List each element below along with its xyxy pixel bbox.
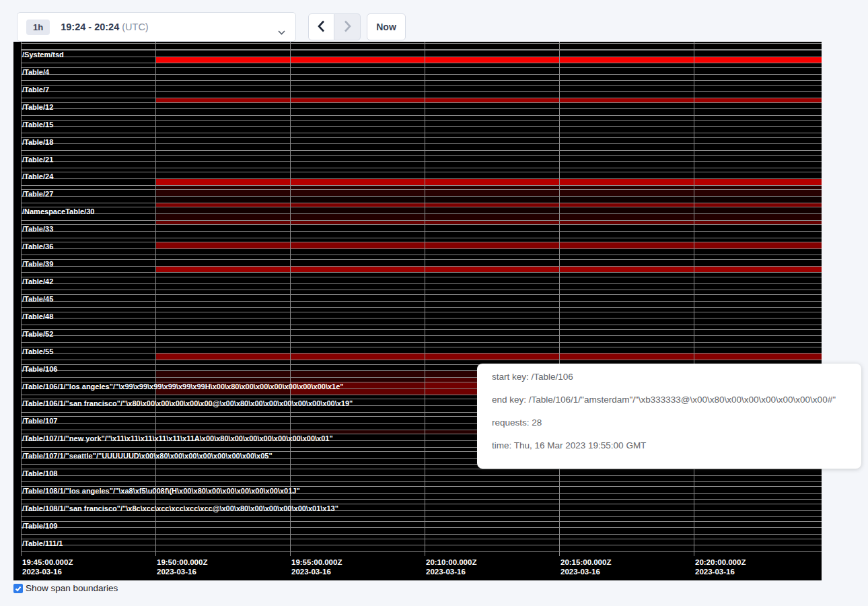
span-label: /Table/106 [22,366,57,373]
span-label: /System/tsd [22,51,64,59]
span-row: /Table/111/1 [21,539,822,556]
hover-tooltip: start key: /Table/106 end key: /Table/10… [477,364,861,469]
time-gridline [694,42,694,556]
heat-band: /Table/108/1/"los angeles"/"\xa8\xf5\u00… [21,486,822,493]
heat-band [21,499,822,504]
heat-band [21,481,822,486]
heat-band [21,342,822,347]
now-button[interactable]: Now [367,13,406,40]
heat-band [21,283,822,290]
range-nav-buttons [308,13,361,40]
range-timezone: (UTC) [122,22,148,32]
heat-band: /Table/21 [21,155,822,162]
span-row: /Table/36 [21,242,822,259]
span-label: /Table/45 [22,296,53,303]
heat-band [21,126,822,133]
span-label: /Table/27 [22,191,53,198]
time-gridline [290,42,291,556]
heat-band [21,272,822,277]
span-row: /Table/33 [21,224,822,242]
heat-band [21,516,822,521]
time-tick-label: 19:45:00.000Z2023-03-16 [21,558,73,576]
plot-area[interactable]: /System/tsd/Table/4/Table/7/Table/12/Tab… [21,42,822,556]
heat-band: /Table/48 [21,312,822,318]
checkmark-icon [15,582,22,595]
time-tick-label: 20:20:00.000Z2023-03-16 [694,558,746,576]
span-label: /Table/12 [22,104,53,111]
span-row: /Table/7 [21,85,822,102]
span-label: /Table/108/1/"san francisco"/"\x8c\xcc\x… [22,505,338,512]
time-gridline [155,42,156,556]
prev-range-button[interactable] [308,13,334,40]
span-label: /Table/15 [22,121,53,129]
heat-band: /Table/24 [21,172,822,178]
heat-band [21,91,822,98]
heat-band: /NamespaceTable/30 [21,207,822,213]
span-label: /Table/107/1/"new york"/"\x11\x11\x11\x1… [22,435,333,442]
heat-band: /Table/109 [21,521,822,528]
range-value: 19:24 - 20:24 [61,22,119,32]
span-label: /Table/106/1/"san francisco"/"\x80\x00\x… [22,400,353,407]
heat-band [21,353,822,360]
heat-band [21,185,822,190]
tooltip-end-key: end key: /Table/106/1/"amsterdam"/"\xb33… [492,393,861,407]
span-label: /Table/39 [22,261,53,268]
span-label: /Table/55 [22,348,53,356]
span-row: /Table/48 [21,312,822,329]
time-axis: 19:45:00.000Z2023-03-1619:50:00.000Z2023… [13,558,822,579]
heat-band: /System/tsd [21,50,822,57]
span-row: /Table/39 [21,259,822,277]
span-row: /Table/15 [21,120,822,137]
heat-band [21,133,822,137]
span-label: /Table/111/1 [22,540,63,547]
span-row: /Table/108/1/"san francisco"/"\x8c\xcc\x… [21,504,822,521]
heat-band [21,255,822,259]
span-label: /Table/107 [22,417,57,425]
heat-band: /Table/55 [21,347,822,354]
span-label: /Table/52 [22,331,53,338]
span-row: /Table/108/1/"los angeles"/"\xa8\xf5\u00… [21,486,822,504]
tooltip-time: time: Thu, 16 Mar 2023 19:55:00 GMT [492,439,861,452]
tooltip-requests: requests: 28 [492,416,861,430]
heat-band [21,551,822,556]
heat-band [21,220,822,225]
heat-band [21,108,822,115]
chart-options: Show span boundaries [13,583,118,593]
span-row: /Table/45 [21,294,822,312]
heat-band [21,74,822,81]
plot-top-pad [21,42,822,50]
heat-band [21,301,822,308]
heat-band [21,161,822,168]
heat-band [21,80,822,85]
key-visualizer[interactable]: /System/tsd/Table/4/Table/7/Table/12/Tab… [13,42,822,580]
time-range-select[interactable]: 1h 19:24 - 20:24(UTC) [17,12,296,42]
span-label: /Table/107/1/"seattle"/"UUUUUUD\x00\x80\… [22,452,273,460]
next-range-button[interactable] [334,13,361,40]
span-label: /Table/24 [22,173,53,180]
span-label: /Table/109 [22,523,57,530]
span-label: /Table/106/1/"los angeles"/"\x99\x99\x99… [22,383,344,391]
heat-band [21,248,822,255]
span-row: /Table/24 [21,172,822,189]
span-label: /Table/21 [22,156,53,164]
heat-band [21,307,822,312]
span-label: /Table/48 [22,313,53,321]
time-tick-label: 19:50:00.000Z2023-03-16 [155,558,207,576]
time-gridline [21,42,22,556]
heat-band [21,143,822,150]
heat-band [21,150,822,155]
heat-band: /Table/108/1/"san francisco"/"\x8c\xcc\x… [21,504,822,510]
chevron-right-icon [344,20,351,34]
heat-band [21,115,822,120]
heat-band: /Table/52 [21,329,822,336]
span-row: /Table/27 [21,189,822,207]
span-row: /Table/55 [21,347,822,364]
show-span-boundaries-checkbox[interactable] [13,584,23,593]
heat-band: /Table/7 [21,85,822,92]
heat-band [21,318,822,325]
span-label: /Table/42 [22,278,53,285]
span-row: /NamespaceTable/30 [21,207,822,224]
span-label: /Table/36 [22,243,53,250]
span-label: /Table/18 [22,139,53,146]
heat-band: /Table/15 [21,120,822,127]
